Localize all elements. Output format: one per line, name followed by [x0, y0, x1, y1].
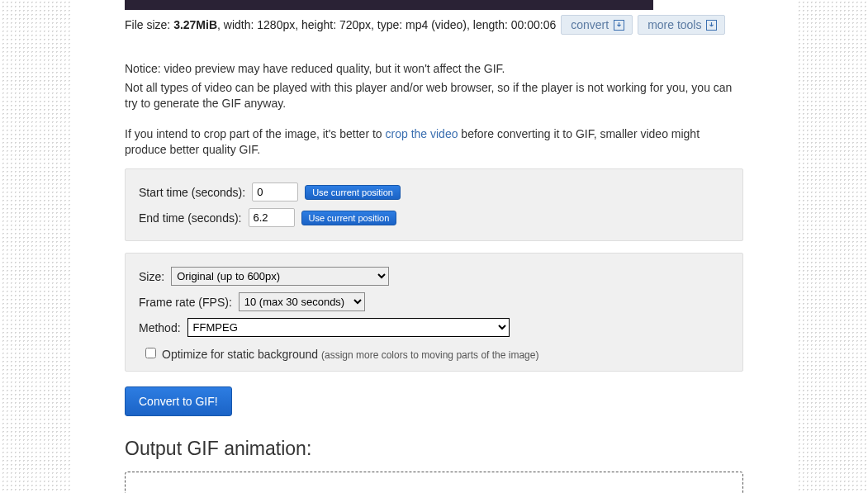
method-label: Method:: [139, 321, 181, 334]
end-time-label: End time (seconds):: [139, 211, 242, 225]
method-select[interactable]: FFMPEG: [187, 318, 510, 337]
main-content: File size: 3.27MiB, width: 1280px, heigh…: [72, 0, 796, 493]
optimize-checkbox[interactable]: [145, 348, 156, 358]
file-size-value: 3.27MiB: [173, 18, 217, 31]
convert-button[interactable]: convert: [561, 15, 633, 35]
fps-select[interactable]: 10 (max 30 seconds): [239, 292, 365, 311]
more-tools-button[interactable]: more tools: [638, 15, 725, 35]
options-panel: Size: Original (up to 600px) Frame rate …: [125, 253, 743, 372]
optimize-hint: (assign more colors to moving parts of t…: [321, 349, 538, 361]
file-info-line: File size: 3.27MiB, width: 1280px, heigh…: [125, 15, 743, 35]
use-current-end-button[interactable]: Use current position: [301, 211, 397, 225]
download-icon: [614, 20, 624, 31]
time-panel: Start time (seconds): Use current positi…: [125, 168, 743, 241]
fps-label: Frame rate (FPS):: [139, 296, 232, 309]
output-box: [125, 472, 743, 493]
output-heading: Output GIF animation:: [125, 438, 743, 460]
page-bg-right: [797, 0, 868, 493]
start-time-label: Start time (seconds):: [139, 186, 245, 199]
file-size-label: File size:: [125, 18, 173, 31]
notice-block: Notice: video preview may have reduced q…: [125, 61, 743, 157]
more-tools-label: more tools: [647, 18, 701, 31]
size-label: Size:: [139, 270, 164, 283]
crop-video-link[interactable]: crop the video: [386, 127, 458, 140]
start-time-input[interactable]: [252, 183, 298, 201]
page-bg-left: [0, 0, 71, 493]
optimize-label: Optimize for static background: [162, 348, 321, 361]
use-current-start-button[interactable]: Use current position: [305, 185, 401, 200]
convert-to-gif-button[interactable]: Convert to GIF!: [125, 386, 232, 416]
size-select[interactable]: Original (up to 600px): [171, 267, 389, 286]
notice-line-1: Notice: video preview may have reduced q…: [125, 61, 743, 77]
video-preview-sliver: [125, 0, 653, 10]
notice-line-3: If you intend to crop part of the image,…: [125, 126, 743, 158]
notice-line-2: Not all types of video can be played wit…: [125, 80, 743, 111]
convert-button-label: convert: [571, 18, 609, 31]
end-time-input[interactable]: [249, 208, 295, 227]
file-info-rest: , width: 1280px, height: 720px, type: mp…: [217, 18, 556, 31]
download-icon: [706, 20, 717, 31]
